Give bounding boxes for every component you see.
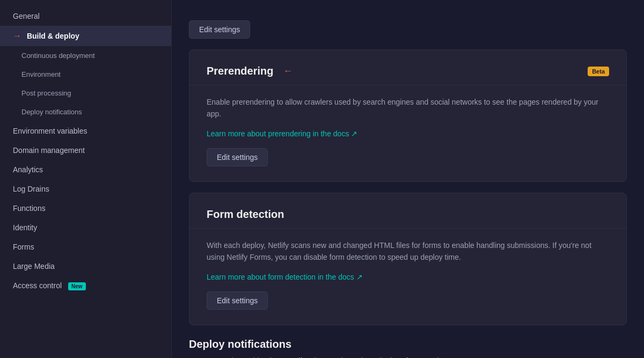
sidebar-item-label: Large Media [13,262,55,271]
sidebar-item-label: Deploy notifications [21,108,82,116]
prerendering-title: Prerendering ← [207,65,292,77]
form-detection-title: Form detection [207,208,284,221]
form-detection-divider [189,228,626,229]
form-detection-title-text: Form detection [207,208,284,221]
sidebar-item-label: Identity [13,223,37,232]
deploy-notifications-section: Deploy notifications Set up outgoing web… [189,336,627,358]
prerendering-title-text: Prerendering [207,65,273,77]
form-detection-docs-link[interactable]: Learn more about form detection in the d… [207,273,363,281]
form-detection-card: Form detection With each deploy, Netlify… [189,193,627,325]
form-detection-description: With each deploy, Netlify scans new and … [207,239,609,264]
sidebar-item-large-media[interactable]: Large Media [0,257,171,276]
sidebar-item-label: Post processing [21,89,71,97]
deploy-notifications-learn-more-link[interactable]: Learn more [451,356,490,358]
prerendering-card-header: Prerendering ← Beta [207,65,609,77]
sidebar-item-label: Build & deploy [27,32,79,40]
sidebar-item-build-deploy[interactable]: → Build & deploy [0,26,171,46]
sidebar-item-general[interactable]: General [0,6,171,26]
sidebar-item-identity[interactable]: Identity [0,218,171,237]
sidebar-item-forms[interactable]: Forms [0,237,171,257]
sidebar-item-label: Analytics [13,165,43,174]
sidebar-item-label: Log Drains [13,185,49,193]
sidebar-item-analytics[interactable]: Analytics [0,160,171,179]
sidebar-item-deploy-notifications-sub[interactable]: Deploy notifications [0,103,171,121]
form-detection-edit-button[interactable]: Edit settings [207,291,268,310]
sidebar-item-access-control[interactable]: Access control New [0,276,171,296]
deploy-notifications-description-text: Set up outgoing webhooks to notify other… [189,356,447,358]
prerendering-arrow-icon: ← [283,65,292,77]
sidebar-item-label: Environment variables [13,127,87,135]
sidebar-item-label: Access control [13,281,62,290]
sidebar-item-log-drains[interactable]: Log Drains [0,179,171,199]
prerendering-divider [189,85,626,85]
prerendering-edit-button[interactable]: Edit settings [207,148,268,166]
sidebar-item-env-vars[interactable]: Environment variables [0,121,171,141]
prerendering-card: Prerendering ← Beta Enable prerendering … [189,49,627,182]
prerendering-description: Enable prerendering to allow crawlers us… [207,96,609,120]
sidebar-item-label: Domain management [13,146,85,155]
sidebar: General → Build & deploy Continuous depl… [0,0,172,358]
main-content: Edit settings Prerendering ← Beta Enable… [172,0,644,358]
form-detection-card-header: Form detection [207,208,609,221]
beta-badge: Beta [588,67,609,76]
sidebar-item-functions[interactable]: Functions [0,199,171,218]
sidebar-item-label: Forms [13,243,34,251]
prerendering-docs-link[interactable]: Learn more about prerendering in the doc… [207,129,357,138]
arrow-icon: → [13,31,21,41]
top-button-area: Edit settings [189,0,627,49]
sidebar-item-domain-management[interactable]: Domain management [0,141,171,160]
sidebar-item-label: Continuous deployment [21,52,95,60]
deploy-notifications-description: Set up outgoing webhooks to notify other… [189,355,627,358]
sidebar-item-label: General [13,12,40,20]
sidebar-item-environment[interactable]: Environment [0,65,171,84]
sidebar-item-continuous-deployment[interactable]: Continuous deployment [0,46,171,65]
sidebar-item-label: Functions [13,204,46,213]
deploy-notifications-title: Deploy notifications [189,338,627,350]
sidebar-item-label: Environment [21,70,61,78]
sidebar-item-post-processing[interactable]: Post processing [0,84,171,103]
new-badge: New [68,282,86,290]
top-edit-settings-button[interactable]: Edit settings [189,20,250,39]
